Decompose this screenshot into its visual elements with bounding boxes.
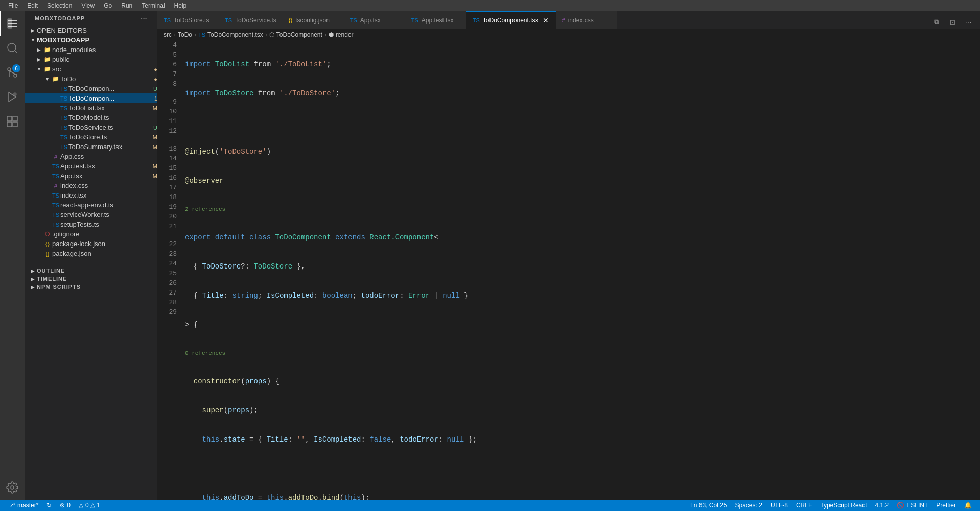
- code-line-14: super(props);: [185, 406, 976, 416]
- status-line-ending[interactable]: CRLF: [792, 500, 816, 511]
- tree-gitignore[interactable]: ⬡ .gitignore: [25, 229, 157, 239]
- untracked-badge: U: [153, 125, 157, 131]
- breadcrumb-method-icon: ⬢: [329, 31, 334, 38]
- tree-app-test-tsx[interactable]: TS App.test.tsx M: [25, 161, 157, 171]
- bell-icon: 🔔: [964, 502, 972, 509]
- code-line-10: { ToDoStore?: ToDoStore },: [185, 262, 976, 272]
- tree-project-root[interactable]: ▾ MOBXTODOAPP: [25, 35, 157, 45]
- ts-icon: TS: [164, 17, 171, 23]
- tree-todo-folder[interactable]: ▾ 📁 ToDo ●: [25, 74, 157, 84]
- toggle-panel-button[interactable]: ⊡: [945, 15, 960, 29]
- code-line-13: constructor(props) {: [185, 377, 976, 386]
- code-line-15: this.state = { Title: '', IsCompleted: f…: [185, 435, 976, 445]
- status-language-mode[interactable]: TypeScript React: [816, 500, 871, 511]
- tree-package-lock[interactable]: {} package-lock.json: [25, 239, 157, 249]
- menu-file[interactable]: File: [4, 0, 22, 11]
- activity-source-control[interactable]: 6: [0, 60, 25, 85]
- tab-app-tsx[interactable]: TS App.tsx: [344, 11, 405, 29]
- file-ts-icon: TS: [59, 125, 68, 131]
- tree-todoservice-ts[interactable]: TS ToDoService.ts U: [25, 123, 157, 132]
- activity-settings[interactable]: [0, 475, 25, 500]
- tree-app-tsx[interactable]: TS App.tsx M: [25, 171, 157, 181]
- chevron-down-icon: ▾: [35, 66, 43, 72]
- status-spaces[interactable]: Spaces: 2: [731, 500, 766, 511]
- status-errors[interactable]: ⊗ 0: [56, 500, 75, 511]
- tab-index-css[interactable]: # index.css: [556, 11, 617, 29]
- code-editor[interactable]: 4 5 6 7 8 9 10 11 12 13 14 15 16 17 18 1…: [157, 40, 980, 500]
- file-ts-icon: TS: [59, 134, 68, 140]
- menu-run[interactable]: Run: [117, 0, 136, 11]
- tab-close-button[interactable]: ✕: [542, 16, 550, 25]
- code-content[interactable]: import ToDoList from './ToDoList'; impor…: [183, 40, 976, 500]
- chevron-right-icon: ▶: [35, 47, 43, 53]
- breadcrumb-method[interactable]: render: [336, 31, 354, 38]
- tree-package-json[interactable]: {} package.json: [25, 249, 157, 258]
- breadcrumb-class[interactable]: ToDoComponent: [276, 31, 322, 38]
- tab-bar: TS ToDoStore.ts TS ToDoService.ts {} tsc…: [157, 11, 980, 29]
- tab-app-test-tsx[interactable]: TS App.test.tsx: [405, 11, 466, 29]
- tree-node-modules[interactable]: ▶ 📁 node_modules: [25, 45, 157, 55]
- tree-app-css[interactable]: # App.css: [25, 152, 157, 161]
- menu-selection[interactable]: Selection: [43, 0, 76, 11]
- sidebar-more-button[interactable]: ···: [141, 15, 147, 21]
- tree-index-tsx[interactable]: TS index.tsx: [25, 190, 157, 200]
- untracked-badge: U: [153, 86, 157, 92]
- tree-todosummary-tsx[interactable]: TS ToDoSummary.tsx M: [25, 142, 157, 152]
- breadcrumb-ts-icon: TS: [198, 32, 205, 38]
- breadcrumb-todo[interactable]: ToDo: [178, 31, 192, 38]
- status-warnings[interactable]: △ 0 △ 1: [75, 500, 104, 511]
- ts-icon: TS: [411, 17, 418, 23]
- activity-explorer[interactable]: [0, 11, 25, 36]
- tab-todocomponent-tsx[interactable]: TS ToDoComponent.tsx ✕: [466, 11, 556, 29]
- tree-src[interactable]: ▾ 📁 src ●: [25, 64, 157, 74]
- modified-badge: M: [153, 144, 157, 150]
- menu-terminal[interactable]: Terminal: [137, 0, 169, 11]
- tree-react-app-env[interactable]: TS react-app-env.d.ts: [25, 200, 157, 210]
- file-css-icon: #: [51, 154, 60, 160]
- menu-view[interactable]: View: [77, 0, 99, 11]
- breadcrumb-file[interactable]: ToDoComponent.tsx: [207, 31, 263, 38]
- modified-badge: M: [153, 163, 157, 169]
- chevron-down-icon: ▾: [43, 76, 51, 82]
- activity-extensions[interactable]: [0, 109, 25, 134]
- status-notifications[interactable]: 🔔: [960, 500, 976, 511]
- tree-index-css[interactable]: # index.css: [25, 181, 157, 190]
- code-line-17: this.addToDo = this.addToDo.bind(this);: [185, 493, 976, 500]
- tree-public[interactable]: ▶ 📁 public: [25, 55, 157, 64]
- status-prettier[interactable]: Prettier: [932, 500, 960, 511]
- tree-npm-scripts[interactable]: ▶ NPM SCRIPTS: [25, 283, 157, 291]
- tab-tsconfig-json[interactable]: {} tsconfig.json: [283, 11, 344, 29]
- menu-go[interactable]: Go: [100, 0, 116, 11]
- status-git-branch[interactable]: ⎇ master*: [4, 500, 42, 511]
- file-ts-icon: TS: [51, 212, 60, 218]
- code-line-5: import ToDoStore from './ToDoStore';: [185, 89, 976, 99]
- activity-search[interactable]: [0, 36, 25, 60]
- file-css-icon: #: [51, 183, 60, 189]
- split-editor-button[interactable]: ⧉: [929, 15, 943, 29]
- sidebar-title: MOBXTODOAPP ···: [25, 11, 157, 26]
- tree-todolist-tsx[interactable]: TS ToDoList.tsx M: [25, 103, 157, 113]
- tree-todocomponent-tsx[interactable]: TS ToDoCompon... U: [25, 84, 157, 93]
- breadcrumb-class-icon: ⬡: [269, 31, 274, 38]
- more-actions-button[interactable]: ···: [962, 15, 976, 29]
- folder-icon: 📁: [43, 46, 52, 53]
- menu-edit[interactable]: Edit: [23, 0, 42, 11]
- activity-run[interactable]: [0, 85, 25, 109]
- tree-outline[interactable]: ▶ OUTLINE: [25, 266, 157, 275]
- tree-todomodel-ts[interactable]: TS ToDoModel.ts: [25, 113, 157, 123]
- tree-todostore-ts[interactable]: TS ToDoStore.ts M: [25, 132, 157, 142]
- tree-todocomponent-ts-active[interactable]: TS ToDoCompon... 1: [25, 93, 157, 103]
- tree-open-editors[interactable]: ▶ OPEN EDITORS: [25, 26, 157, 35]
- status-eslint[interactable]: 🚫 ESLINT: [893, 500, 932, 511]
- status-encoding[interactable]: UTF-8: [766, 500, 792, 511]
- tab-todostore-ts[interactable]: TS ToDoStore.ts: [157, 11, 219, 29]
- status-ts-version[interactable]: 4.1.2: [871, 500, 893, 511]
- tab-todoservice-ts[interactable]: TS ToDoService.ts: [219, 11, 283, 29]
- breadcrumb-src[interactable]: src: [164, 31, 172, 38]
- tree-setup-tests[interactable]: TS setupTests.ts: [25, 220, 157, 229]
- tree-service-worker[interactable]: TS serviceWorker.ts: [25, 210, 157, 220]
- status-sync[interactable]: ↻: [42, 500, 56, 511]
- menu-help[interactable]: Help: [170, 0, 191, 11]
- status-cursor-position[interactable]: Ln 63, Col 25: [686, 500, 731, 511]
- tree-timeline[interactable]: ▶ TIMELINE: [25, 275, 157, 283]
